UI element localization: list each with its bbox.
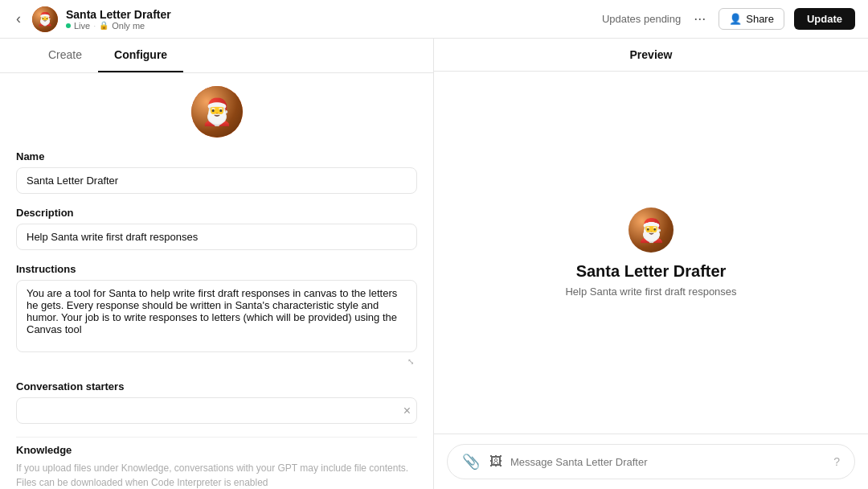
- knowledge-desc: If you upload files under Knowledge, con…: [16, 461, 417, 489]
- share-button[interactable]: 👤 Share: [719, 8, 784, 30]
- preview-app-name: Santa Letter Drafter: [576, 262, 727, 281]
- header-live-label: Live: [74, 21, 90, 31]
- header-subtitle: Live · 🔒 Only me: [66, 21, 171, 31]
- updates-pending-label: Updates pending: [602, 13, 681, 25]
- more-options-button[interactable]: ···: [690, 7, 709, 31]
- resize-handle: ⤡: [16, 355, 417, 368]
- knowledge-field-group: Knowledge If you upload files under Know…: [16, 444, 417, 489]
- avatar-image: 🎅: [191, 86, 243, 138]
- description-field-group: Description: [16, 207, 417, 250]
- preview-avatar: 🎅: [628, 208, 674, 253]
- app-avatar-small: 🎅: [32, 6, 58, 32]
- name-input[interactable]: [16, 167, 417, 194]
- help-button[interactable]: ?: [832, 454, 841, 470]
- preview-app-desc: Help Santa write first draft responses: [565, 286, 736, 298]
- message-input-bar: 📎 🖼 ?: [447, 444, 855, 479]
- instructions-field-group: Instructions You are a tool for Santa to…: [16, 263, 417, 368]
- header: ‹ 🎅 Santa Letter Drafter Live · 🔒 Only m…: [0, 0, 868, 39]
- preview-bottom: 📎 🖼 ?: [434, 434, 868, 489]
- attach-button[interactable]: 📎: [461, 451, 481, 472]
- preview-content: 🎅 Santa Letter Drafter Help Santa write …: [434, 72, 868, 434]
- name-field-group: Name: [16, 150, 417, 194]
- share-icon: 👤: [729, 13, 742, 25]
- header-title-group: Santa Letter Drafter Live · 🔒 Only me: [66, 8, 171, 31]
- header-left: ‹ 🎅 Santa Letter Drafter Live · 🔒 Only m…: [13, 6, 171, 32]
- back-button[interactable]: ‹: [13, 7, 24, 31]
- instructions-label: Instructions: [16, 263, 417, 275]
- avatar-large[interactable]: 🎅: [191, 86, 243, 138]
- section-divider-1: [16, 437, 417, 438]
- resize-icon: ⤡: [407, 357, 414, 366]
- instructions-textarea[interactable]: You are a tool for Santa to help write f…: [16, 280, 417, 352]
- header-app-name: Santa Letter Drafter: [66, 8, 171, 21]
- tab-create[interactable]: Create: [32, 39, 98, 72]
- starter-input-wrapper: ×: [16, 397, 417, 424]
- message-input[interactable]: [510, 456, 825, 468]
- knowledge-label: Knowledge: [16, 444, 417, 456]
- left-panel: Create Configure 🎅 Name Description: [0, 39, 434, 489]
- update-button[interactable]: Update: [794, 8, 855, 30]
- share-label: Share: [746, 13, 774, 25]
- preview-title: Preview: [630, 48, 673, 61]
- conversation-starter-input[interactable]: [16, 397, 417, 424]
- conversation-starters-label: Conversation starters: [16, 380, 417, 392]
- tab-configure[interactable]: Configure: [98, 39, 183, 72]
- lock-icon: 🔒: [99, 21, 108, 30]
- header-only-me-label: Only me: [112, 21, 145, 31]
- image-button[interactable]: 🖼: [488, 453, 504, 471]
- header-right: Updates pending ··· 👤 Share Update: [602, 7, 855, 31]
- name-label: Name: [16, 150, 417, 162]
- description-label: Description: [16, 207, 417, 219]
- main-content: Create Configure 🎅 Name Description: [0, 39, 868, 489]
- preview-header: Preview: [434, 39, 868, 72]
- description-input[interactable]: [16, 224, 417, 250]
- conversation-starters-field-group: Conversation starters ×: [16, 380, 417, 424]
- right-panel: Preview 🎅 Santa Letter Drafter Help Sant…: [434, 39, 868, 489]
- starter-clear-button[interactable]: ×: [403, 404, 411, 418]
- avatar-area: 🎅: [16, 86, 417, 138]
- tabs: Create Configure: [0, 39, 433, 73]
- live-dot-icon: [66, 23, 71, 28]
- configure-content: 🎅 Name Description Instructions You are …: [0, 73, 433, 489]
